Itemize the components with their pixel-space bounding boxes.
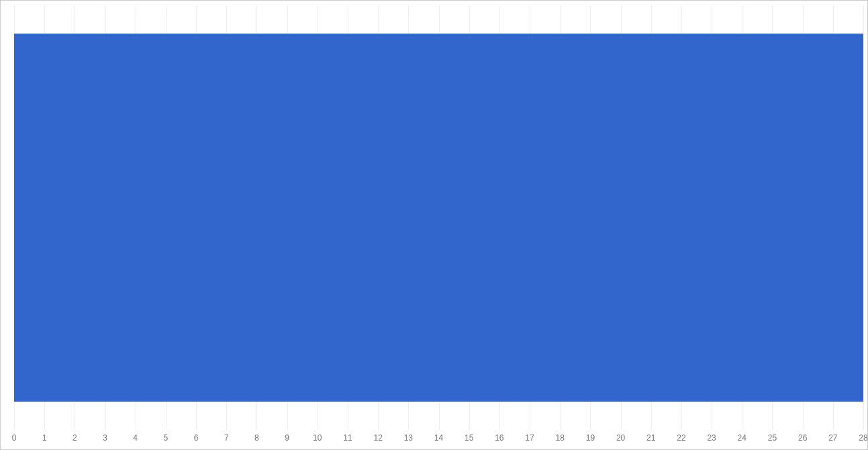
x-tick-label: 6 <box>194 433 199 443</box>
x-tick-label: 24 <box>738 433 746 443</box>
x-tick-label: 12 <box>373 433 382 443</box>
x-tick-label: 18 <box>556 433 565 443</box>
x-tick-label: 20 <box>616 433 625 443</box>
x-tick-label: 22 <box>677 433 685 443</box>
x-tick-label: 13 <box>404 433 413 443</box>
x-tick-label: 19 <box>586 433 595 443</box>
x-axis: 0123456789101112131415161718192021222324… <box>14 429 863 449</box>
x-tick-label: 11 <box>343 433 352 443</box>
x-tick-label: 2 <box>73 433 77 443</box>
x-tick-label: 26 <box>798 433 807 443</box>
x-tick-label: 14 <box>434 433 443 443</box>
x-tick-label: 21 <box>646 433 655 443</box>
x-tick-label: 7 <box>224 433 229 443</box>
gridline <box>863 6 864 429</box>
x-tick-label: 10 <box>313 433 322 443</box>
x-tick-label: 15 <box>465 433 473 443</box>
x-tick-label: 1 <box>42 433 47 443</box>
x-tick-label: 25 <box>768 433 777 443</box>
x-tick-label: 4 <box>133 433 138 443</box>
x-tick-label: 28 <box>859 433 867 443</box>
x-tick-label: 17 <box>525 433 534 443</box>
x-tick-label: 27 <box>828 433 837 443</box>
chart-frame: 0123456789101112131415161718192021222324… <box>0 0 868 450</box>
plot-area <box>14 6 863 429</box>
x-tick-label: 16 <box>495 433 503 443</box>
x-tick-label: 8 <box>254 433 259 443</box>
x-tick-label: 23 <box>707 433 716 443</box>
x-tick-label: 3 <box>103 433 107 443</box>
bar <box>14 34 863 402</box>
x-tick-label: 0 <box>12 433 17 443</box>
x-tick-label: 9 <box>285 433 289 443</box>
x-tick-label: 5 <box>164 433 168 443</box>
